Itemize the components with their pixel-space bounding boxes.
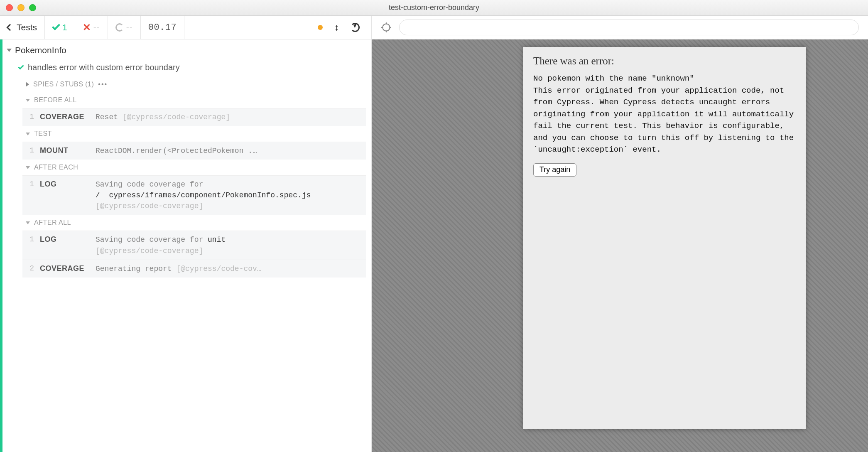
- back-label: Tests: [17, 22, 37, 32]
- hook-header[interactable]: AFTER ALL: [22, 215, 366, 231]
- traffic-lights: [0, 4, 36, 11]
- crosshair-icon: [381, 22, 392, 33]
- chevron-right-icon: [26, 82, 29, 87]
- command-row[interactable]: 2 COVERAGE Generating report [@cypress/c…: [22, 260, 366, 278]
- test-header[interactable]: handles error with custom error boundary: [2, 59, 371, 76]
- hook-header[interactable]: TEST: [22, 126, 366, 142]
- status-dot-icon: [318, 25, 323, 30]
- check-icon: [18, 64, 24, 69]
- try-again-button[interactable]: Try again: [533, 163, 576, 177]
- command-row[interactable]: 1 LOG Saving code coverage for /__cypres…: [22, 175, 366, 215]
- pass-count: 1: [45, 16, 75, 39]
- rerun-button[interactable]: [351, 23, 360, 32]
- window-close-button[interactable]: [6, 4, 13, 11]
- spinner-icon: [115, 23, 124, 32]
- aut-viewport: There was an error: No pokemon with the …: [372, 39, 868, 452]
- command-row[interactable]: 1 MOUNT ReactDOM.render(<ProtectedPokemo…: [22, 142, 366, 160]
- chevron-down-icon: [26, 221, 30, 224]
- reporter-panel: Tests 1 ✕ -- -- 00.17 ↕: [0, 16, 372, 452]
- suite-name: PokemonInfo: [15, 45, 66, 55]
- suite-header[interactable]: PokemonInfo: [2, 39, 371, 59]
- auto-scroll-toggle[interactable]: ↕: [334, 22, 339, 33]
- command-message: Saving code coverage for unit [@cypress/…: [96, 234, 362, 256]
- ellipsis-icon: •••: [98, 81, 108, 88]
- command-message: Reset [@cypress/code-coverage]: [96, 112, 362, 123]
- x-icon: ✕: [83, 22, 91, 32]
- reporter-toolbar: Tests 1 ✕ -- -- 00.17 ↕: [0, 16, 371, 39]
- command-message: ReactDOM.render(<ProtectedPokemon .…: [96, 145, 362, 156]
- pending-count: --: [108, 16, 141, 39]
- command-message: Generating report [@cypress/code-cov…: [96, 263, 362, 274]
- chevron-left-icon: [7, 24, 14, 31]
- test-title-label: handles error with custom error boundary: [28, 63, 180, 72]
- aut-url-input[interactable]: [399, 20, 859, 35]
- command-list: SPIES / STUBS (1) ••• BEFORE ALL 1 COVER…: [2, 76, 371, 278]
- command-row[interactable]: 1 COVERAGE Reset [@cypress/code-coverage…: [22, 108, 366, 126]
- fail-count: ✕ --: [75, 16, 108, 39]
- hook-header[interactable]: AFTER EACH: [22, 160, 366, 175]
- chevron-down-icon: [26, 133, 30, 135]
- test-duration: 00.17: [141, 16, 185, 39]
- aut-url-bar: [372, 16, 868, 39]
- aut-panel: There was an error: No pokemon with the …: [372, 16, 868, 452]
- toolbar-right: ↕: [306, 16, 371, 39]
- app-window: test-custom-error-boundary Tests 1 ✕ --: [0, 0, 868, 452]
- selector-playground-button[interactable]: [381, 22, 392, 33]
- command-log: PokemonInfo handles error with custom er…: [0, 39, 371, 452]
- chevron-down-icon: [26, 99, 30, 102]
- titlebar: test-custom-error-boundary: [0, 0, 868, 16]
- svg-point-0: [383, 24, 390, 31]
- window-title: test-custom-error-boundary: [0, 3, 868, 12]
- command-row[interactable]: 1 LOG Saving code coverage for unit [@cy…: [22, 231, 366, 259]
- hook-header[interactable]: BEFORE ALL: [22, 92, 366, 108]
- check-icon: [52, 22, 60, 30]
- error-message: No pokemon with the name "unknown" This …: [533, 73, 796, 156]
- chevron-down-icon: [26, 166, 30, 169]
- command-message: Saving code coverage for /__cypress/ifra…: [96, 179, 362, 211]
- aut-iframe: There was an error: No pokemon with the …: [523, 47, 806, 429]
- back-to-tests-button[interactable]: Tests: [0, 16, 45, 39]
- error-heading: There was an error:: [533, 55, 796, 67]
- spies-stubs-row[interactable]: SPIES / STUBS (1) •••: [22, 76, 366, 92]
- chevron-down-icon: [7, 49, 12, 52]
- window-zoom-button[interactable]: [29, 4, 36, 11]
- window-minimize-button[interactable]: [17, 4, 25, 11]
